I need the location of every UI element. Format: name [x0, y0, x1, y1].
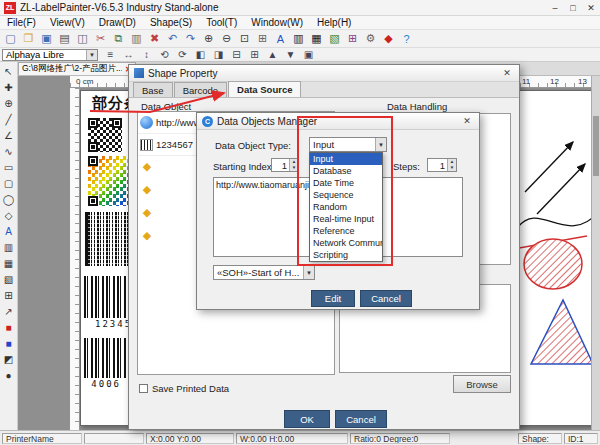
delete-icon[interactable]: ✖: [146, 31, 163, 47]
help-icon[interactable]: ?: [398, 31, 415, 47]
maximize-button[interactable]: □: [564, 3, 582, 13]
qrcode-tool-icon[interactable]: ▦: [1, 256, 17, 271]
browse-button[interactable]: Browse: [453, 375, 511, 393]
dialog-title-bar[interactable]: C Data Objects Manager ✕: [197, 113, 479, 130]
close-icon[interactable]: ✕: [460, 116, 474, 126]
center-vertical-icon[interactable]: ↕: [138, 48, 155, 61]
dropdown-option[interactable]: Input: [310, 153, 382, 165]
bring-front-icon[interactable]: ▲: [264, 48, 281, 61]
open-file-icon[interactable]: ❐: [20, 31, 37, 47]
group-icon[interactable]: ▣: [300, 48, 317, 61]
eraser-tool-icon[interactable]: ◩: [1, 352, 17, 367]
align-bottom-icon[interactable]: ◨: [210, 48, 227, 61]
roundrect-tool-icon[interactable]: ▢: [1, 176, 17, 191]
cancel-button[interactable]: Cancel: [360, 290, 412, 307]
print-preview-icon[interactable]: ◫: [74, 31, 91, 47]
font-combobox[interactable]: Alphaya Libre ▼: [2, 49, 98, 61]
line-tool-icon[interactable]: ╱: [1, 112, 17, 127]
menu-item[interactable]: File(F): [0, 17, 43, 28]
ok-button[interactable]: OK: [284, 410, 330, 428]
zoom-in-icon[interactable]: ⊕: [200, 31, 217, 47]
spinner-arrows[interactable]: ▲▼: [447, 159, 456, 171]
steps-spinner[interactable]: 1 ▲▼: [427, 158, 457, 172]
qrcode-icon[interactable]: ▦: [308, 31, 325, 47]
dropdown-option[interactable]: Sequence: [310, 189, 382, 201]
cut-icon[interactable]: ✂: [92, 31, 109, 47]
table-tool-icon[interactable]: ⊞: [1, 288, 17, 303]
image-icon[interactable]: ▧: [326, 31, 343, 47]
text-tool-icon[interactable]: A: [272, 31, 289, 47]
export-pdf-icon[interactable]: ◆: [380, 31, 397, 47]
save-printed-checkbox[interactable]: Save Printed Data: [139, 383, 229, 394]
menu-item[interactable]: Draw(D): [92, 17, 143, 28]
starting-index-spinner[interactable]: 1 ▲▼: [271, 158, 299, 172]
menu-item[interactable]: Shape(S): [143, 17, 199, 28]
checkbox-box[interactable]: [139, 384, 148, 393]
menu-item[interactable]: Window(W): [244, 17, 310, 28]
rotate-left-icon[interactable]: ⟲: [156, 48, 173, 61]
zoom-out-icon[interactable]: ⊖: [218, 31, 235, 47]
dropdown-option[interactable]: Date Time: [310, 177, 382, 189]
center-horizontal-icon[interactable]: ↔: [120, 48, 137, 61]
move-down-button[interactable]: ◆: [140, 183, 154, 196]
zoom-fit-icon[interactable]: ⊡: [236, 31, 253, 47]
cancel-button[interactable]: Cancel: [335, 410, 387, 428]
text-tool-icon[interactable]: A: [1, 224, 17, 239]
close-icon[interactable]: ✕: [500, 68, 514, 78]
minimize-button[interactable]: –: [546, 3, 564, 13]
curve-tool-icon[interactable]: ∿: [1, 144, 17, 159]
image-tool-icon[interactable]: ▧: [1, 272, 17, 287]
remove-object-button[interactable]: ◆: [140, 229, 154, 242]
grid-icon[interactable]: ⊞: [254, 31, 271, 47]
arrow-tool-icon[interactable]: ↗: [1, 304, 17, 319]
table-icon[interactable]: ⊞: [344, 31, 361, 47]
rotate-right-icon[interactable]: ⟳: [174, 48, 191, 61]
tab-data-source[interactable]: Data Source: [228, 81, 301, 97]
new-file-icon[interactable]: ▢: [2, 31, 19, 47]
redo-icon[interactable]: ↷: [182, 31, 199, 47]
same-height-icon[interactable]: ⊞: [246, 48, 263, 61]
dialog-title-bar[interactable]: Shape Property ✕: [129, 65, 519, 82]
lock-tool-icon[interactable]: ●: [1, 368, 17, 383]
polygon-tool-icon[interactable]: ◇: [1, 208, 17, 223]
move-up-button[interactable]: ◆: [140, 160, 154, 173]
vertical-scrollbar[interactable]: [591, 76, 600, 430]
dropdown-option[interactable]: Network Communic: [310, 237, 382, 249]
add-object-button[interactable]: ◆: [140, 206, 154, 219]
menu-item[interactable]: Tool(T): [199, 17, 244, 28]
fill-color-icon[interactable]: ■: [1, 320, 17, 335]
data-object-type-combobox[interactable]: Input ▼: [309, 137, 387, 152]
prefix-combobox[interactable]: «SOH»-Start of H... ▼: [213, 265, 315, 280]
scrollbar-thumb[interactable]: [593, 116, 599, 176]
qr-code-object[interactable]: [86, 116, 124, 154]
settings-icon[interactable]: ⚙: [362, 31, 379, 47]
zoom-tool-icon[interactable]: ⊕: [1, 96, 17, 111]
align-top-icon[interactable]: ◧: [192, 48, 209, 61]
pan-tool-icon[interactable]: ✚: [1, 80, 17, 95]
dropdown-option[interactable]: Real-time Input: [310, 213, 382, 225]
paste-icon[interactable]: ▥: [128, 31, 145, 47]
document-tab[interactable]: G:\8网络推广\2-产品图片... ✕: [18, 62, 136, 75]
barcode-icon[interactable]: ▥: [290, 31, 307, 47]
print-icon[interactable]: ▤: [56, 31, 73, 47]
ellipse-tool-icon[interactable]: ◯: [1, 192, 17, 207]
tab-barcode[interactable]: Barcode: [174, 82, 227, 97]
copy-icon[interactable]: ⧉: [110, 31, 127, 47]
menu-item[interactable]: Help(H): [310, 17, 358, 28]
polyline-tool-icon[interactable]: ∠: [1, 128, 17, 143]
select-tool-icon[interactable]: ↖: [1, 64, 17, 79]
dropdown-option[interactable]: Random: [310, 201, 382, 213]
rect-tool-icon[interactable]: ▭: [1, 160, 17, 175]
send-back-icon[interactable]: ▼: [282, 48, 299, 61]
undo-icon[interactable]: ↶: [164, 31, 181, 47]
barcode-tool-icon[interactable]: ▥: [1, 240, 17, 255]
save-icon[interactable]: ▣: [38, 31, 55, 47]
dropdown-option[interactable]: Reference: [310, 225, 382, 237]
close-button[interactable]: ✕: [582, 3, 600, 13]
menu-item[interactable]: View(V): [43, 17, 92, 28]
same-width-icon[interactable]: ⊟: [228, 48, 245, 61]
tab-base[interactable]: Base: [133, 82, 173, 97]
dropdown-option[interactable]: Database: [310, 165, 382, 177]
line-color-icon[interactable]: ■: [1, 336, 17, 351]
align-left-icon[interactable]: ≡: [102, 48, 119, 61]
